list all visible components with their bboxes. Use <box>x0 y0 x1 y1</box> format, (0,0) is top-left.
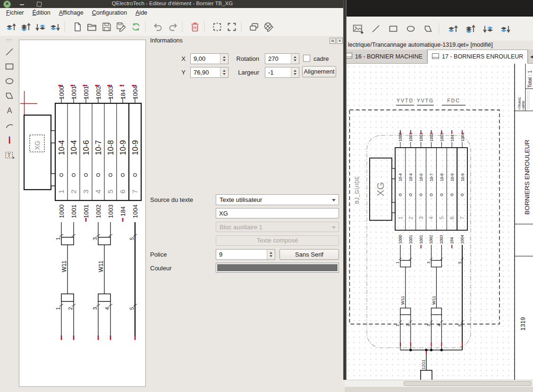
bring-to-front-icon[interactable] <box>462 21 479 36</box>
redo-icon[interactable] <box>165 19 180 34</box>
svg-text:12G1: 12G1 <box>421 359 426 369</box>
scrollbar-thumb[interactable] <box>404 381 532 386</box>
alignement-button[interactable]: Alignement <box>302 66 336 77</box>
send-to-back-icon[interactable] <box>48 19 62 34</box>
new-element-icon[interactable] <box>70 19 85 34</box>
save-as-icon[interactable] <box>114 19 128 34</box>
menu-affichage[interactable]: Affichage <box>55 8 88 17</box>
folio-icon <box>432 53 439 60</box>
deselect-icon[interactable] <box>224 19 239 34</box>
police-size-input[interactable]: 9 <box>216 249 275 260</box>
drawing-tool-palette: A T <box>0 36 19 392</box>
svg-text:10-7: 10-7 <box>429 173 434 181</box>
main-toolbar <box>345 17 533 41</box>
lower-icon[interactable] <box>33 19 48 34</box>
bring-to-front-icon[interactable] <box>18 19 33 34</box>
svg-text:10-9: 10-9 <box>119 140 127 155</box>
arc-tool-icon[interactable] <box>4 120 15 131</box>
raise-icon[interactable] <box>4 19 18 34</box>
svg-text:T: T <box>8 152 11 158</box>
panel-title: Informations <box>150 37 183 44</box>
svg-text:1001: 1001 <box>83 86 90 100</box>
svg-text:1: 1 <box>398 217 403 219</box>
add-image-icon[interactable] <box>349 21 367 36</box>
svg-text:XG: XG <box>375 182 386 196</box>
reload-icon[interactable] <box>128 19 143 34</box>
svg-text:2: 2 <box>68 307 73 310</box>
svg-text:1319: 1319 <box>519 317 526 331</box>
source-combobox[interactable]: Texte utilisateur <box>216 194 339 205</box>
polygon-tool-icon[interactable] <box>4 91 15 101</box>
tab-17[interactable]: 17 - BORNIERS ENROULEUR <box>427 50 528 64</box>
svg-text:5: 5 <box>106 190 114 193</box>
svg-text:1001: 1001 <box>83 205 90 218</box>
svg-text:1002: 1002 <box>429 235 433 244</box>
rotation-label: Rotation <box>233 55 259 62</box>
element-canvas[interactable]: XG100010-411000100110-421001100110-63100… <box>19 40 146 387</box>
save-icon[interactable] <box>99 19 114 34</box>
tab-prev-icon[interactable]: ◀ <box>528 50 533 63</box>
float-panel-icon[interactable]: ⧉ <box>330 38 336 44</box>
svg-text:3: 3 <box>92 237 98 240</box>
svg-text:YVTG: YVTG <box>417 98 434 103</box>
x-input[interactable]: 9,00 <box>190 53 228 64</box>
user-text-input[interactable]: XG <box>216 208 339 218</box>
line-tool-icon[interactable] <box>4 47 15 57</box>
ellipse-icon[interactable] <box>402 21 419 36</box>
svg-text:BORNIERS ENROULEUR: BORNIERS ENROULEUR <box>524 140 531 215</box>
lower-icon[interactable] <box>479 21 497 36</box>
svg-text:W11: W11 <box>61 260 68 272</box>
line-icon[interactable] <box>367 21 384 36</box>
raise-icon[interactable] <box>444 21 462 36</box>
menu-aide[interactable]: Aide <box>131 8 152 17</box>
main-window-title: lectrique/Trancannage automatique-1319.q… <box>345 41 533 50</box>
tab-16[interactable]: 16 - BORNIER MACHINE <box>345 50 427 63</box>
menu-configuration[interactable]: Configuration <box>88 8 131 17</box>
svg-text:7: 7 <box>459 217 465 219</box>
svg-text:5: 5 <box>457 324 462 326</box>
folio-tab-bar: 16 - BORNIER MACHINE17 - BORNIERS ENROUL… <box>345 50 533 64</box>
svg-text:5: 5 <box>129 237 135 240</box>
couleur-label: Couleur <box>150 265 172 272</box>
svg-text:1002: 1002 <box>95 86 102 100</box>
font-button[interactable]: Sans Serif <box>279 249 339 260</box>
svg-text:4: 4 <box>428 216 434 219</box>
undo-icon[interactable] <box>151 19 165 34</box>
svg-text:W11: W11 <box>400 296 405 305</box>
rectangle-tool-icon[interactable] <box>4 61 15 72</box>
svg-text:10-8: 10-8 <box>440 173 444 181</box>
cascade-windows-icon[interactable] <box>246 19 261 34</box>
rectangle-icon[interactable] <box>384 21 402 36</box>
close-panel-icon[interactable]: ✕ <box>337 38 343 44</box>
svg-text:1000: 1000 <box>398 235 403 244</box>
select-all-icon[interactable] <box>210 19 224 34</box>
couleur-swatch[interactable] <box>216 263 339 273</box>
svg-text:1004: 1004 <box>132 205 139 218</box>
rotation-input[interactable]: 270 <box>265 53 299 64</box>
open-icon[interactable] <box>85 19 99 34</box>
svg-text:1004: 1004 <box>460 235 465 244</box>
y-input[interactable]: 76,90 <box>190 67 228 78</box>
edit-element-icon[interactable] <box>261 19 276 34</box>
menu-édition[interactable]: Édition <box>28 8 55 17</box>
dynamic-text-tool-icon[interactable]: T <box>4 150 15 160</box>
largeur-input[interactable]: -1 <box>265 67 299 78</box>
terminal-tool-icon[interactable] <box>4 135 15 145</box>
horizontal-scrollbar[interactable] <box>345 380 533 387</box>
schematic-canvas[interactable]: YVTDYVTGFDCBJ_GUIDEXG100010-411000100110… <box>347 64 533 380</box>
svg-text:10-6: 10-6 <box>419 173 423 181</box>
text-tool-icon[interactable]: A <box>4 106 15 116</box>
svg-text:6: 6 <box>118 190 127 193</box>
menu-fichier[interactable]: Fichier <box>2 8 28 17</box>
palette-drag-handle[interactable] <box>6 39 12 42</box>
aux-block-combobox: Bloc auxiliaire 1 <box>216 222 339 232</box>
svg-text:XG: XG <box>34 141 41 150</box>
screen: ✕ QElectroTech - Editeur d'élément - Bor… <box>0 0 533 392</box>
send-to-back-icon[interactable] <box>497 21 514 36</box>
svg-text:10-4: 10-4 <box>58 140 66 155</box>
ellipse-tool-icon[interactable] <box>4 76 15 86</box>
svg-text:1: 1 <box>395 324 400 326</box>
delete-icon[interactable] <box>187 19 202 34</box>
polygon-icon[interactable] <box>419 21 437 36</box>
cadre-checkbox[interactable] <box>303 55 310 62</box>
